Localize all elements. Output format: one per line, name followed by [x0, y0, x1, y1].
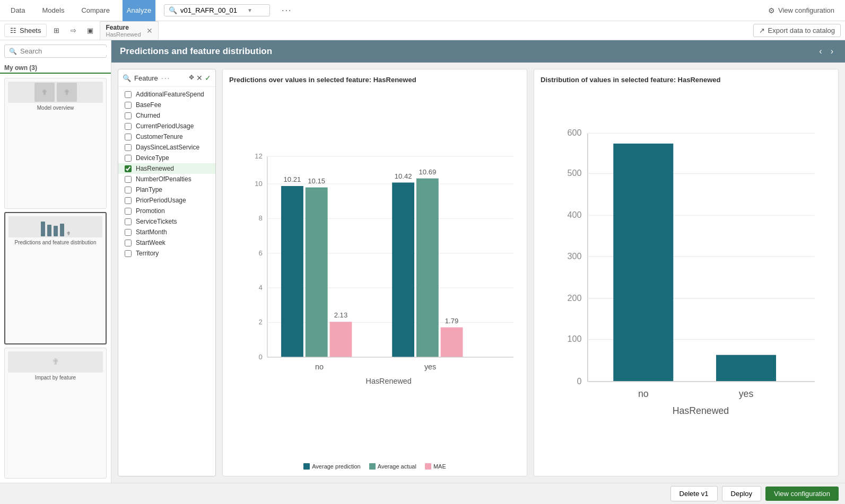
top-search-bar: 🔍 ▼ [164, 4, 270, 16]
svg-text:0: 0 [258, 353, 262, 361]
sheet-grid: ✟ ✟ Model overview ✟ Predic [0, 74, 111, 483]
content-area: Predictions and feature distribution ‹ ›… [111, 40, 845, 483]
feature-item-additionalfeaturespend[interactable]: AdditionalFeatureSpend [118, 89, 215, 100]
feature-item-devicetype[interactable]: DeviceType [118, 153, 215, 163]
feature-checkbox-startweek[interactable] [125, 240, 132, 246]
feature-checkbox-territory[interactable] [125, 250, 132, 257]
feature-checkbox-priorperiodusage[interactable] [125, 197, 132, 204]
legend-avg-pred: Average prediction [303, 463, 361, 470]
export-button[interactable]: ↗ Export data to catalog [753, 24, 841, 37]
page-nav-arrows: ‹ › [816, 46, 837, 57]
feature-name-currentperiodusage: CurrentPeriodUsage [136, 122, 194, 130]
sidebar: 🔍 My own (3) ✟ ✟ Model overview [0, 40, 111, 483]
feature-name-startweek: StartWeek [136, 239, 165, 246]
feature-checkbox-hasrenewed[interactable] [125, 165, 132, 172]
feature-item-numberofpenalties[interactable]: NumberOfPenalties [118, 174, 215, 184]
sheets-button[interactable]: ☷ Sheets [4, 24, 47, 37]
feature-more-button[interactable]: ··· [161, 74, 171, 82]
svg-text:no: no [315, 362, 324, 371]
feature-item-churned[interactable]: Churned [118, 110, 215, 121]
feature-checkbox-promotion[interactable] [125, 208, 132, 215]
top-search-input[interactable] [180, 6, 244, 14]
svg-text:HasRenewed: HasRenewed [673, 405, 729, 416]
bar-yes-avg-actual [416, 179, 439, 357]
svg-text:10: 10 [255, 180, 263, 188]
bar-yes-mae [441, 328, 463, 357]
nav-compare[interactable]: Compare [77, 0, 114, 21]
feature-item-startmonth[interactable]: StartMonth [118, 227, 215, 237]
sheet-model-overview[interactable]: ✟ ✟ Model overview [4, 78, 107, 209]
search-dropdown-icon[interactable]: ▼ [247, 7, 252, 13]
layout-button[interactable]: ⇨ [66, 23, 81, 38]
sheet-label-model-overview: Model overview [37, 105, 74, 111]
legend-label-avg-pred: Average prediction [312, 463, 361, 470]
sheets-icon: ☷ [10, 26, 16, 34]
legend-mae: MAE [425, 463, 446, 470]
feature-item-customertenure[interactable]: CustomerTenure [118, 131, 215, 142]
feature-action-icons: ✥ ✕ ✓ [189, 74, 211, 82]
feature-name-servicetickets: ServiceTickets [136, 218, 177, 225]
sidebar-section-label: My own (3) [0, 62, 111, 74]
feature-check-icon[interactable]: ✓ [205, 74, 211, 82]
sidebar-search-input[interactable] [20, 47, 109, 55]
svg-text:10.42: 10.42 [395, 172, 412, 180]
feature-name-plantype: PlanType [136, 186, 162, 193]
feature-item-priorperiodusage[interactable]: PriorPeriodUsage [118, 195, 215, 206]
view-config-label-top: View configuration [778, 6, 834, 14]
feature-resize-icon[interactable]: ✥ [189, 74, 194, 82]
legend-dot-avg-pred [303, 463, 310, 470]
sheet-predictions[interactable]: ✟ Predictions and feature distribution [4, 212, 107, 344]
feature-checkbox-basefee[interactable] [125, 102, 132, 109]
sheet-impact[interactable]: ✟ Impact by feature [4, 348, 107, 479]
feature-item-hasrenewed[interactable]: HasRenewed [118, 163, 215, 174]
feature-checkbox-additionalfeaturespend[interactable] [125, 91, 132, 98]
page-title: Predictions and feature distribution [120, 46, 272, 57]
feature-close-icon[interactable]: ✕ [196, 74, 203, 82]
next-page-button[interactable]: › [827, 46, 837, 57]
more-options-button[interactable]: ··· [278, 4, 295, 17]
delete-button[interactable]: Delete v1 [670, 486, 718, 501]
deploy-button[interactable]: Deploy [722, 486, 761, 501]
feature-checkbox-customertenure[interactable] [125, 134, 132, 140]
feature-checkbox-currentperiodusage[interactable] [125, 123, 132, 130]
settings-tab-button[interactable]: ▣ [83, 23, 98, 38]
feature-item-servicetickets[interactable]: ServiceTickets [118, 216, 215, 227]
feature-list: AdditionalFeatureSpendBaseFeeChurnedCurr… [118, 87, 215, 472]
feature-panel-label: Feature [134, 74, 158, 82]
nav-analyze[interactable]: Analyze [123, 0, 155, 21]
nav-data[interactable]: Data [6, 0, 29, 21]
feature-checkbox-startmonth[interactable] [125, 229, 132, 236]
feature-item-startweek[interactable]: StartWeek [118, 237, 215, 248]
svg-text:300: 300 [568, 251, 582, 261]
main-layout: 🔍 My own (3) ✟ ✟ Model overview [0, 40, 845, 483]
feature-item-promotion[interactable]: Promotion [118, 206, 215, 216]
feature-item-basefee[interactable]: BaseFee [118, 100, 215, 110]
feature-checkbox-servicetickets[interactable] [125, 218, 132, 225]
feature-name-devicetype: DeviceType [136, 154, 169, 162]
prev-page-button[interactable]: ‹ [816, 46, 825, 57]
feature-checkbox-churned[interactable] [125, 112, 132, 119]
feature-checkbox-devicetype[interactable] [125, 155, 132, 162]
svg-text:10.21: 10.21 [284, 175, 301, 183]
svg-text:0: 0 [577, 376, 582, 386]
feature-item-territory[interactable]: Territory [118, 248, 215, 259]
feature-item-plantype[interactable]: PlanType [118, 184, 215, 195]
grid-view-button[interactable]: ⊞ [49, 23, 64, 38]
sidebar-search-icon: 🔍 [9, 48, 17, 55]
predictions-chart-title: Predictions over values in selected feat… [229, 76, 520, 84]
view-config-button-top[interactable]: ⚙ View configuration [764, 4, 839, 17]
feature-tab[interactable]: Feature HasRenewed ✕ [100, 21, 158, 40]
feature-checkbox-plantype[interactable] [125, 187, 132, 193]
svg-text:4: 4 [258, 284, 262, 291]
close-tab-button[interactable]: ✕ [146, 26, 153, 35]
nav-models[interactable]: Models [38, 0, 68, 21]
svg-text:200: 200 [568, 293, 582, 303]
feature-item-dayssincelastservice[interactable]: DaysSinceLastService [118, 142, 215, 153]
view-config-button-bottom[interactable]: View configuration [765, 487, 839, 501]
feature-checkbox-numberofpenalties[interactable] [125, 176, 132, 183]
tab-bar: ☷ Sheets ⊞ ⇨ ▣ Feature HasRenewed ✕ ↗ Ex… [0, 21, 845, 40]
feature-checkbox-dayssincelastservice[interactable] [125, 144, 132, 151]
feature-item-currentperiodusage[interactable]: CurrentPeriodUsage [118, 121, 215, 131]
svg-text:yes: yes [424, 362, 436, 371]
predictions-legend: Average prediction Average actual MAE [229, 463, 520, 470]
